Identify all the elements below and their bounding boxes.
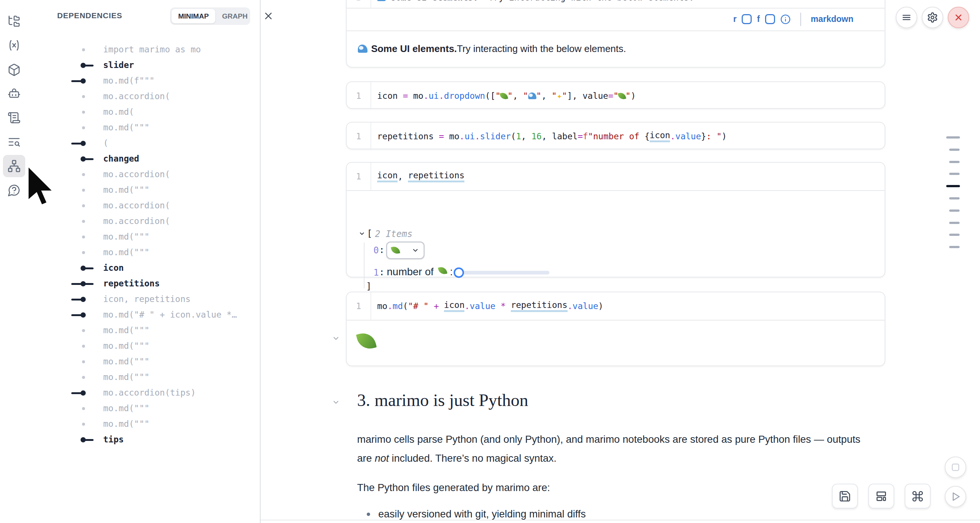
tree-guide-line — [364, 242, 364, 288]
minimap-item-label: mo.accordion( — [103, 201, 170, 210]
sidebar-item-notebook-script[interactable] — [3, 107, 25, 129]
settings-button[interactable] — [922, 7, 943, 28]
minimap-item[interactable]: mo.md(""" — [28, 354, 258, 370]
panel-close-button[interactable] — [264, 11, 273, 21]
minimap-item[interactable]: tips — [28, 432, 258, 448]
minimap-item-label: mo.md(""" — [103, 325, 150, 335]
shutdown-button[interactable] — [948, 7, 969, 28]
minimap-item[interactable]: icon, repetitions — [28, 292, 258, 307]
minimap-item-label: mo.accordion( — [103, 216, 170, 226]
md-source-preview[interactable]: Some UI elements. Try interacting with t… — [377, 0, 694, 2]
sidebar-item-ai-assistant[interactable] — [3, 83, 25, 105]
cell-marker-out-icon — [76, 57, 91, 73]
minimap-item-label: mo.accordion( — [103, 169, 170, 179]
file-tree-icon — [8, 14, 21, 28]
minimap-item[interactable]: mo.md(""" — [28, 120, 258, 136]
help-bubble-icon — [8, 183, 21, 197]
cell-marker-dot-icon — [76, 401, 91, 416]
minimap-item[interactable]: mo.md(""" — [28, 416, 258, 432]
minimap-item[interactable]: mo.md(""" — [28, 323, 258, 338]
minimap-item-label: mo.md("# " + icon.value *… — [103, 310, 237, 319]
outline-mark[interactable] — [949, 161, 959, 163]
stop-button[interactable] — [945, 456, 966, 478]
package-cube-icon — [8, 63, 21, 77]
minimap-item[interactable]: mo.md(f""" — [28, 73, 258, 89]
cell-marker-in-icon — [76, 73, 91, 89]
section-collapse-chevron-icon[interactable] — [332, 398, 340, 407]
minimap-item[interactable]: slider — [28, 57, 258, 73]
panel-title: DEPENDENCIES — [57, 11, 122, 20]
collapse-chevron-icon[interactable] — [359, 230, 365, 237]
info-icon[interactable] — [780, 14, 791, 24]
minimap-item[interactable]: mo.md(""" — [28, 182, 258, 198]
minimap-item[interactable]: mo.md("# " + icon.value *… — [28, 307, 258, 323]
fstring-checkbox[interactable] — [765, 14, 775, 24]
slider-thumb[interactable] — [453, 268, 464, 278]
outline-mark[interactable] — [949, 148, 959, 151]
run-button[interactable] — [945, 486, 966, 507]
gear-icon — [927, 12, 938, 23]
sidebar-item-packages[interactable] — [3, 59, 25, 81]
sidebar-item-file-tree[interactable] — [3, 10, 25, 32]
keyboard-shortcuts-button[interactable] — [905, 484, 931, 509]
outline-mark[interactable] — [949, 197, 959, 199]
variables-icon — [8, 38, 21, 52]
outline-mark[interactable] — [949, 234, 959, 236]
cell-refs-output: 1 icon, repetitions [ 2 Items 0 : 1 : nu… — [346, 162, 885, 277]
cell-marker-dot-icon — [76, 370, 91, 385]
outline-mark[interactable] — [949, 209, 959, 212]
minimap-item[interactable]: mo.md(""" — [28, 338, 258, 354]
minimap-item[interactable]: changed — [28, 151, 258, 167]
save-button[interactable] — [832, 484, 858, 509]
cell-marker-dot-icon — [76, 42, 91, 57]
minimap-item[interactable]: mo.md(""" — [28, 370, 258, 385]
sidebar-item-help[interactable] — [3, 179, 25, 201]
minimap-item[interactable]: mo.md(""" — [28, 401, 258, 416]
minimap-item[interactable]: repetitions — [28, 276, 258, 292]
notebook-menu-button[interactable] — [896, 7, 917, 28]
minimap-item[interactable]: mo.accordion(tips) — [28, 385, 258, 401]
sidebar-item-search-list[interactable] — [3, 131, 25, 153]
slider-track[interactable] — [454, 271, 549, 274]
minimap-item[interactable]: import marimo as mo — [28, 42, 258, 57]
tab-minimap[interactable]: MINIMAP — [172, 9, 215, 23]
outline-mark[interactable] — [949, 246, 959, 248]
code-editor-line[interactable]: icon = mo.ui.dropdown(["", "", ""], valu… — [371, 82, 636, 110]
outline-mark[interactable] — [949, 222, 959, 224]
outline-mark[interactable] — [946, 136, 960, 139]
minimap-item-label: mo.accordion( — [103, 91, 170, 101]
code-editor-line[interactable]: mo.md("# " + icon.value * repetitions.va… — [371, 292, 603, 320]
sidebar-item-variables[interactable] — [3, 34, 25, 56]
minimap-item[interactable]: icon — [28, 260, 258, 276]
bullet-dot — [367, 513, 370, 516]
outline-mark[interactable] — [946, 185, 960, 187]
minimap-item[interactable]: mo.md(""" — [28, 229, 258, 245]
line-number: 1 — [347, 292, 371, 320]
sidebar-item-dependencies[interactable] — [3, 155, 25, 177]
reactive-checkbox[interactable] — [742, 14, 752, 24]
cell-dropdown-code: 1 icon = mo.ui.dropdown(["", "", ""], va… — [346, 81, 885, 109]
minimap-item-label: mo.md(""" — [103, 185, 150, 195]
code-editor-line[interactable]: repetitions = mo.ui.slider(1, 16, label=… — [371, 123, 727, 150]
cell-marker-dot-icon — [76, 416, 91, 432]
minimap-item[interactable]: mo.accordion( — [28, 198, 258, 214]
minimap-item[interactable]: ( — [28, 136, 258, 151]
minimap-item-label: mo.md(f""" — [103, 76, 154, 85]
outline-mark[interactable] — [949, 173, 959, 175]
layout-button[interactable] — [868, 484, 894, 509]
minimap-item[interactable]: mo.accordion( — [28, 214, 258, 229]
code-editor-line[interactable]: icon, repetitions — [371, 163, 465, 190]
minimap-item[interactable]: mo.md(""" — [28, 245, 258, 260]
tab-graph[interactable]: GRAPH — [215, 9, 254, 23]
cell-collapse-chevron-icon[interactable] — [332, 334, 340, 343]
cell-marker-dot-icon — [76, 198, 91, 214]
minimap-item[interactable]: mo.accordion( — [28, 89, 258, 104]
dropdown-select[interactable] — [386, 241, 425, 259]
minimap-item[interactable]: mo.md( — [28, 104, 258, 120]
hamburger-menu-icon — [901, 12, 912, 23]
minimap-item[interactable]: mo.accordion( — [28, 167, 258, 182]
cell-marker-dot-icon — [76, 323, 91, 338]
cell-marker-out-icon — [76, 260, 91, 276]
language-label[interactable]: markdown — [811, 14, 853, 24]
cell-marker-dot-icon — [76, 182, 91, 198]
